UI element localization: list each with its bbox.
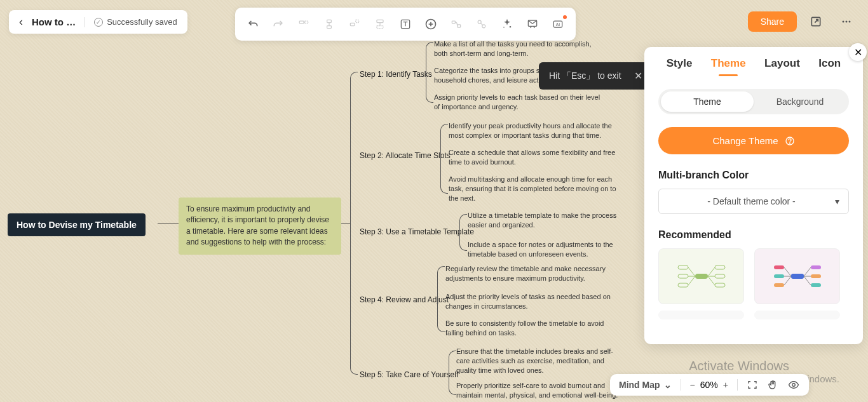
svg-line-48 [784,276,791,285]
detail-node[interactable]: Assign priority levels to each task base… [434,93,602,112]
svg-rect-27 [678,265,688,269]
detail-node[interactable]: Properly prioritize self-care to avoid b… [456,381,625,400]
bracket [440,124,448,194]
step-label[interactable]: Step 5: Take Care of Yourself [360,370,458,379]
detail-node[interactable]: Identify your peak productivity hours an… [449,121,617,140]
view-mode-dropdown[interactable]: Mind Map ⌄ [619,380,672,390]
subtab-background[interactable]: Background [754,91,846,112]
svg-point-21 [843,21,844,23]
text-button[interactable] [394,13,417,36]
svg-rect-40 [774,265,784,269]
open-external-icon[interactable] [804,10,827,33]
chevron-down-icon: ▾ [835,196,839,206]
topic-sibling-button[interactable] [292,13,315,36]
back-icon[interactable]: ‹ [19,15,23,29]
svg-rect-28 [678,274,688,278]
svg-line-36 [708,267,715,276]
branch-color-dropdown[interactable]: - Default theme color - ▾ [658,189,849,214]
properties-panel: Style Theme Layout Icon Theme Background… [644,47,863,344]
svg-line-33 [688,267,695,276]
svg-line-35 [688,276,695,285]
doc-title: How to … [32,17,76,27]
svg-point-23 [849,21,851,23]
svg-rect-44 [811,274,821,278]
svg-line-49 [804,267,811,276]
detail-node[interactable]: Include a space for notes or adjustments… [468,240,636,259]
svg-rect-42 [774,283,784,287]
detail-node[interactable]: Regularly review the timetable and make … [445,264,614,283]
theme-thumb-4[interactable] [754,311,840,319]
panel-tabs: Style Theme Layout Icon [644,47,863,76]
preview-icon[interactable] [787,379,800,391]
separator [85,17,85,27]
topright-group: Share [748,10,858,33]
svg-rect-0 [299,21,304,23]
separator [737,379,738,391]
connector [341,224,350,224]
detail-node[interactable]: Make a list of all the tasks you need to… [434,39,602,58]
add-button[interactable] [419,13,442,36]
topic-float-button[interactable] [343,13,366,36]
detail-node[interactable]: Ensure that the timetable includes break… [456,347,625,375]
topic-child-button[interactable] [318,13,341,36]
svg-rect-30 [715,265,725,269]
subtab-theme[interactable]: Theme [661,91,754,112]
svg-rect-32 [715,283,725,287]
svg-rect-5 [350,23,355,25]
svg-rect-3 [327,26,332,29]
esc-hint: Hit 「Esc」 to exit ✕ [539,62,653,90]
tab-style[interactable]: Style [667,57,693,76]
theme-thumb-3[interactable] [658,311,744,319]
subtabs: Theme Background [658,89,849,114]
step-label[interactable]: Step 2: Allocate Time Slots [360,151,451,160]
redo-button[interactable] [267,13,290,36]
undo-button[interactable] [241,13,264,36]
tab-layout[interactable]: Layout [764,57,800,76]
esc-hint-text: Hit 「Esc」 to exit [549,70,621,82]
separator [681,379,681,391]
ai-badge-icon [563,15,567,19]
present-button[interactable] [521,13,544,36]
desc-node[interactable]: To ensure maximum productivity and effic… [179,198,341,255]
check-icon: ✓ [94,18,103,27]
detail-node[interactable]: Utilize a timetable template to make the… [468,211,636,230]
svg-text:AI: AI [556,22,560,27]
tab-icon[interactable]: Icon [818,57,841,76]
step-label[interactable]: Step 4: Review and Adjust [360,295,449,304]
detail-node[interactable]: Create a schedule that allows some flexi… [449,148,617,167]
panel-close-button[interactable]: ✕ [849,43,867,61]
detail-node[interactable]: Be sure to consistently follow the timet… [445,319,614,338]
svg-rect-41 [774,274,784,278]
zoom-out-button[interactable]: − [690,380,695,390]
panel-body: Theme Background Change Theme Multi-bran… [644,76,863,332]
fit-screen-icon[interactable] [747,379,758,391]
magic-button[interactable] [496,13,519,36]
chevron-down-icon: ⌄ [664,380,672,390]
svg-rect-29 [678,283,688,287]
step-label[interactable]: Step 3: Use a Timetable Template [360,227,474,236]
theme-thumb-2[interactable] [754,248,840,304]
svg-line-51 [804,276,811,285]
ai-button[interactable]: AI [546,13,569,36]
svg-rect-39 [791,274,804,279]
hand-tool-icon[interactable] [767,379,778,391]
svg-point-25 [789,142,790,143]
tab-theme[interactable]: Theme [711,57,746,76]
share-button[interactable]: Share [748,11,797,32]
summary-button[interactable] [369,13,391,36]
root-node[interactable]: How to Devise my Timetable [8,213,146,236]
recommended-label: Recommended [658,229,849,241]
theme-thumb-1[interactable] [658,248,744,304]
detail-node[interactable]: Avoid multitasking and allocate enough t… [449,175,617,203]
detail-node[interactable]: Adjust the priority levels of tasks as n… [445,292,614,311]
zoom-controls: − 60% + [690,380,728,390]
relation-button[interactable] [445,13,468,36]
close-icon[interactable]: ✕ [634,70,642,82]
more-icon[interactable] [835,10,858,33]
boundary-button[interactable] [470,13,493,36]
change-theme-button[interactable]: Change Theme [658,127,849,154]
svg-line-46 [784,267,791,276]
svg-rect-2 [327,20,332,22]
zoom-in-button[interactable]: + [723,380,728,390]
step-label[interactable]: Step 1: Identify Tasks [360,70,432,79]
